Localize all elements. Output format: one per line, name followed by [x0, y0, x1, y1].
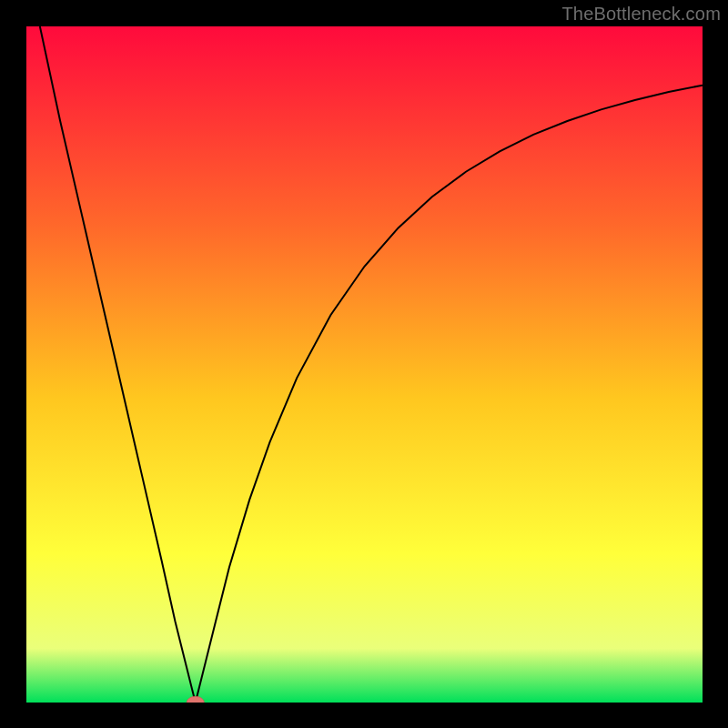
gradient-background	[26, 26, 703, 703]
watermark-text: TheBottleneck.com	[561, 4, 721, 25]
plot-area	[26, 26, 703, 703]
chart-svg	[26, 26, 703, 703]
chart-stage: TheBottleneck.com	[0, 0, 728, 728]
